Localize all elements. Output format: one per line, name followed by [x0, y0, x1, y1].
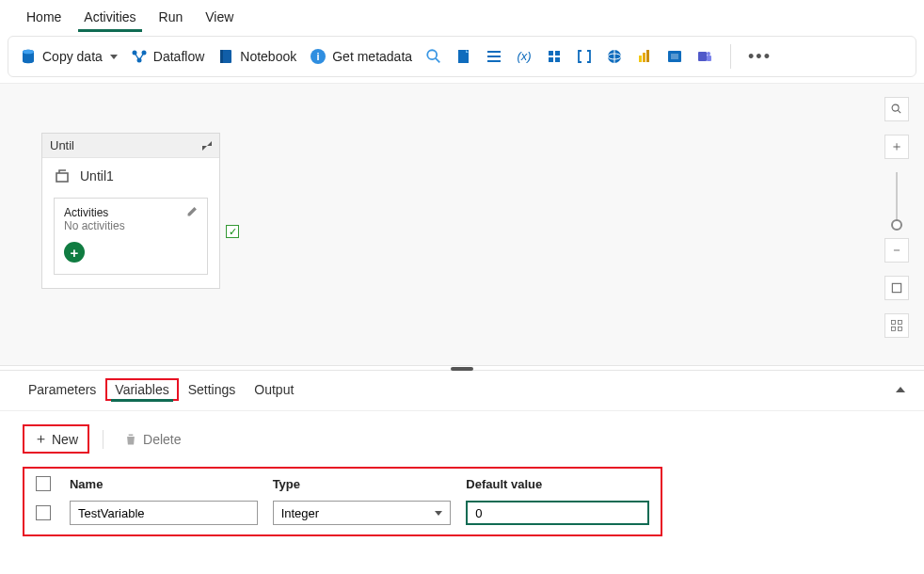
globe-icon[interactable]: [606, 48, 623, 65]
until-title[interactable]: Until1: [80, 168, 114, 183]
col-header-name: Name: [70, 477, 258, 501]
top-menu: Home Activities Run View: [0, 0, 924, 30]
svg-rect-23: [698, 52, 707, 61]
tab-variables[interactable]: Variables: [105, 378, 178, 401]
info-icon: i: [310, 48, 327, 65]
collapse-icon[interactable]: [202, 141, 212, 151]
svg-rect-29: [892, 283, 900, 292]
svg-rect-19: [643, 53, 645, 62]
variable-name-input[interactable]: TestVariable: [70, 501, 258, 525]
svg-text:i: i: [317, 51, 320, 62]
table-header-row: Name Type Default value: [36, 476, 649, 501]
pencil-icon[interactable]: [186, 204, 199, 217]
svg-text:(x): (x): [517, 49, 531, 63]
svg-point-8: [427, 50, 437, 59]
svg-line-28: [898, 110, 900, 113]
row-checkbox[interactable]: [36, 505, 51, 520]
dataflow-icon: [131, 48, 148, 65]
notebook-label: Notebook: [240, 49, 296, 64]
plus-icon: ＋: [34, 430, 48, 448]
loop-icon: [54, 167, 71, 184]
col-header-default: Default value: [466, 477, 649, 501]
svg-rect-31: [899, 321, 902, 325]
col-header-type: Type: [273, 477, 452, 501]
get-metadata-button[interactable]: i Get metadata: [310, 48, 412, 65]
collapse-panel-icon[interactable]: [896, 387, 905, 392]
delete-label: Delete: [143, 432, 181, 447]
dataflow-label: Dataflow: [153, 49, 204, 64]
pipeline-canvas[interactable]: Until Until1 Activities No activities: [0, 83, 924, 365]
until-header-label: Until: [50, 138, 74, 152]
outlook-icon[interactable]: [666, 48, 683, 65]
add-activity-button[interactable]: [64, 242, 85, 263]
svg-rect-33: [899, 327, 902, 331]
variable-type-select[interactable]: Integer: [273, 501, 452, 525]
svg-rect-25: [707, 56, 711, 61]
variable-icon[interactable]: (x): [516, 48, 533, 65]
properties-tabs: Parameters Variables Settings Output: [0, 371, 924, 411]
svg-point-0: [23, 50, 34, 55]
validation-check-icon: ✓: [226, 225, 239, 238]
svg-rect-22: [671, 54, 678, 59]
teams-icon[interactable]: [696, 48, 713, 65]
button-separator: [103, 430, 104, 449]
azure-icon[interactable]: [546, 48, 563, 65]
script-icon[interactable]: [455, 48, 472, 65]
svg-rect-26: [56, 173, 68, 182]
brackets-icon[interactable]: [576, 48, 593, 65]
svg-line-9: [436, 58, 440, 63]
svg-rect-18: [639, 56, 642, 62]
menu-run[interactable]: Run: [148, 4, 195, 30]
svg-rect-32: [892, 327, 896, 331]
delete-variable-button[interactable]: Delete: [117, 428, 188, 451]
svg-rect-30: [892, 321, 896, 325]
zoom-out-button[interactable]: －: [884, 238, 909, 263]
powerbi-icon[interactable]: [636, 48, 653, 65]
panel-button-row: ＋ New Delete: [23, 424, 901, 454]
new-variable-button[interactable]: ＋ New: [23, 424, 89, 454]
menu-activities[interactable]: Activities: [72, 4, 147, 30]
new-label: New: [52, 432, 78, 447]
variables-panel: ＋ New Delete Name Type Default value Tes…: [0, 411, 924, 550]
svg-rect-11: [487, 51, 501, 53]
trash-icon: [124, 433, 137, 446]
variables-table: Name Type Default value TestVariable Int…: [23, 467, 662, 536]
no-activities-label: No activities: [64, 219, 198, 232]
svg-rect-13: [487, 60, 501, 62]
copy-data-label: Copy data: [42, 49, 103, 64]
tab-output[interactable]: Output: [245, 378, 303, 401]
svg-rect-20: [646, 50, 649, 62]
dataflow-button[interactable]: Dataflow: [131, 48, 204, 65]
until-card-body: Until1 Activities No activities: [42, 158, 219, 288]
notebook-icon: [217, 48, 234, 65]
menu-view[interactable]: View: [194, 4, 245, 30]
zoom-slider-knob[interactable]: [891, 219, 902, 231]
menu-home[interactable]: Home: [15, 4, 72, 30]
zoom-slider[interactable]: [896, 172, 898, 225]
canvas-search-icon[interactable]: [884, 97, 909, 121]
get-metadata-label: Get metadata: [332, 49, 412, 64]
notebook-button[interactable]: Notebook: [217, 48, 296, 65]
until-card-header: Until: [42, 134, 219, 158]
canvas-toolbox: ＋ －: [884, 97, 909, 338]
fit-screen-button[interactable]: [884, 276, 909, 300]
type-value: Integer: [281, 506, 319, 520]
copy-data-button[interactable]: Copy data: [20, 48, 118, 65]
tab-settings[interactable]: Settings: [179, 378, 246, 401]
database-icon: [20, 48, 37, 65]
tab-parameters[interactable]: Parameters: [19, 378, 105, 401]
svg-rect-12: [487, 56, 501, 57]
list-icon[interactable]: [486, 48, 502, 65]
variable-default-input[interactable]: 0: [466, 501, 649, 525]
search-icon[interactable]: [425, 48, 442, 65]
activities-container: Activities No activities: [54, 198, 208, 275]
svg-point-27: [892, 104, 899, 111]
more-icon[interactable]: •••: [748, 47, 772, 67]
layout-button[interactable]: [884, 313, 909, 338]
select-all-checkbox[interactable]: [36, 476, 51, 491]
until-activity-card[interactable]: Until Until1 Activities No activities: [41, 133, 220, 289]
zoom-in-button[interactable]: ＋: [884, 135, 909, 159]
toolbar: Copy data Dataflow Notebook i Get metada…: [8, 36, 916, 77]
toolbar-wrap: Copy data Dataflow Notebook i Get metada…: [0, 30, 924, 83]
svg-rect-5: [220, 50, 223, 63]
